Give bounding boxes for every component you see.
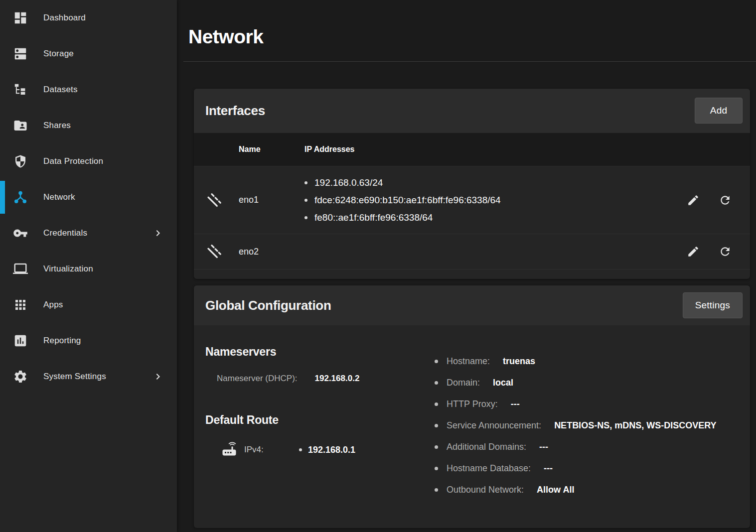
apps-grid-icon bbox=[12, 297, 28, 313]
interfaces-card: Interfaces Add Name IP Addresses eno1 19… bbox=[194, 89, 750, 279]
detail-label: Outbound Network: bbox=[447, 484, 524, 496]
settings-button[interactable]: Settings bbox=[683, 292, 743, 318]
sidebar-item-label: Reporting bbox=[43, 336, 81, 346]
detail-value: local bbox=[493, 377, 513, 389]
detail-label: Hostname Database: bbox=[447, 462, 531, 474]
datasets-icon bbox=[12, 82, 28, 98]
sidebar-item-shares[interactable]: Shares bbox=[0, 108, 177, 143]
sidebar-item-datasets[interactable]: Datasets bbox=[0, 72, 177, 108]
list-item: Domain: local bbox=[435, 377, 738, 389]
detail-value: --- bbox=[544, 462, 553, 474]
sidebar-item-data-protection[interactable]: Data Protection bbox=[0, 143, 177, 179]
chevron-right-icon bbox=[152, 227, 164, 239]
chevron-right-icon bbox=[152, 371, 164, 383]
title-divider bbox=[183, 61, 756, 62]
add-button[interactable]: Add bbox=[695, 98, 743, 124]
sidebar-item-dashboard[interactable]: Dashboard bbox=[0, 0, 177, 36]
sidebar-item-label: Credentials bbox=[43, 228, 87, 238]
global-configuration-left-column: Nameservers Nameserver (DHCP): 192.168.0… bbox=[205, 345, 435, 505]
shares-icon bbox=[12, 118, 28, 133]
sidebar-item-label: Apps bbox=[43, 300, 63, 310]
edit-icon[interactable] bbox=[686, 193, 701, 208]
sidebar-item-reporting[interactable]: Reporting bbox=[0, 323, 177, 359]
nameserver-value: 192.168.0.2 bbox=[315, 374, 360, 384]
sidebar-item-label: Network bbox=[43, 192, 75, 202]
global-configuration-header: Global Configuration Settings bbox=[194, 285, 750, 325]
shield-icon bbox=[12, 153, 28, 169]
list-item: Hostname: truenas bbox=[435, 355, 738, 367]
interfaces-card-header: Interfaces Add bbox=[194, 89, 750, 133]
nameserver-label: Nameserver (DHCP): bbox=[217, 374, 298, 384]
detail-label: Domain: bbox=[447, 377, 480, 389]
global-configuration-details: Hostname: truenas Domain: local HTTP Pro… bbox=[435, 345, 738, 505]
main-content: Network Interfaces Add Name IP Addresses… bbox=[177, 0, 756, 532]
bar-chart-icon bbox=[12, 333, 28, 349]
default-route-heading: Default Route bbox=[205, 413, 435, 427]
interface-name: eno1 bbox=[239, 195, 304, 205]
table-row[interactable]: eno1 192.168.0.63/24 fdce:6248:e690:b150… bbox=[194, 166, 750, 234]
global-configuration-body: Nameservers Nameserver (DHCP): 192.168.0… bbox=[194, 325, 750, 528]
default-route-row: IPv4: 192.168.0.1 bbox=[220, 440, 435, 460]
detail-label: Service Announcement: bbox=[447, 419, 541, 431]
sidebar-item-system-settings[interactable]: System Settings bbox=[0, 359, 177, 395]
edit-icon[interactable] bbox=[686, 244, 701, 259]
sidebar-item-apps[interactable]: Apps bbox=[0, 287, 177, 323]
sidebar-item-label: Shares bbox=[43, 121, 71, 131]
list-item: HTTP Proxy: --- bbox=[435, 398, 738, 410]
ip-addresses-column-header: IP Addresses bbox=[304, 145, 355, 154]
global-configuration-title: Global Configuration bbox=[205, 298, 331, 313]
key-icon bbox=[12, 225, 28, 241]
truenas-app: Dashboard Storage Datasets Shares Data P bbox=[0, 0, 756, 532]
ipv4-label: IPv4: bbox=[244, 445, 279, 455]
detail-label: Hostname: bbox=[447, 355, 490, 367]
refresh-icon[interactable] bbox=[718, 193, 733, 208]
dashboard-icon bbox=[12, 10, 28, 26]
detail-value: --- bbox=[511, 398, 520, 410]
interfaces-card-footer bbox=[194, 269, 750, 279]
ip-address: 192.168.0.63/24 bbox=[304, 174, 501, 191]
detail-value: truenas bbox=[503, 355, 535, 367]
sidebar-item-label: Virtualization bbox=[43, 264, 93, 274]
list-item: Hostname Database: --- bbox=[435, 462, 738, 474]
sidebar-item-label: Dashboard bbox=[43, 13, 86, 23]
detail-value: --- bbox=[539, 441, 548, 453]
row-actions bbox=[686, 193, 733, 208]
global-configuration-card: Global Configuration Settings Nameserver… bbox=[194, 285, 750, 528]
nameservers-heading: Nameservers bbox=[205, 345, 435, 359]
sidebar-item-label: Storage bbox=[43, 49, 74, 59]
ipv4-value: 192.168.0.1 bbox=[299, 445, 355, 455]
network-hub-icon bbox=[12, 189, 28, 205]
ip-address-list: 192.168.0.63/24 fdce:6248:e690:b150:ae1f… bbox=[304, 174, 501, 226]
interfaces-title: Interfaces bbox=[205, 103, 265, 119]
refresh-icon[interactable] bbox=[718, 244, 733, 259]
detail-value: NETBIOS-NS, mDNS, WS-DISCOVERY bbox=[554, 419, 716, 431]
list-item: Outbound Network: Allow All bbox=[435, 484, 738, 496]
ip-address: fe80::ae1f:6bff:fe96:6338/64 bbox=[304, 209, 501, 226]
cable-disconnected-icon bbox=[194, 244, 239, 260]
list-item: Additional Domains: --- bbox=[435, 441, 738, 453]
ip-address: fdce:6248:e690:b150:ae1f:6bff:fe96:6338/… bbox=[304, 191, 501, 209]
detail-value: Allow All bbox=[537, 484, 574, 496]
interfaces-table-header: Name IP Addresses bbox=[194, 133, 750, 166]
page-title: Network bbox=[188, 26, 756, 48]
sidebar-item-network[interactable]: Network bbox=[0, 179, 177, 215]
row-actions bbox=[686, 244, 733, 259]
list-item: Service Announcement: NETBIOS-NS, mDNS, … bbox=[435, 419, 738, 431]
storage-icon bbox=[12, 46, 28, 62]
sidebar-item-label: Datasets bbox=[43, 85, 78, 95]
laptop-icon bbox=[12, 261, 28, 277]
sidebar-item-storage[interactable]: Storage bbox=[0, 36, 177, 72]
sidebar-item-credentials[interactable]: Credentials bbox=[0, 215, 177, 251]
sidebar-item-virtualization[interactable]: Virtualization bbox=[0, 251, 177, 287]
cable-disconnected-icon bbox=[194, 192, 239, 208]
interface-name: eno2 bbox=[239, 247, 304, 257]
name-column-header: Name bbox=[239, 145, 304, 154]
sidebar: Dashboard Storage Datasets Shares Data P bbox=[0, 0, 177, 532]
nameserver-row: Nameserver (DHCP): 192.168.0.2 bbox=[217, 374, 435, 384]
detail-label: Additional Domains: bbox=[447, 441, 526, 453]
router-icon bbox=[220, 440, 238, 460]
gear-icon bbox=[12, 369, 28, 385]
table-row[interactable]: eno2 bbox=[194, 234, 750, 269]
sidebar-item-label: Data Protection bbox=[43, 156, 103, 166]
detail-label: HTTP Proxy: bbox=[447, 398, 498, 410]
